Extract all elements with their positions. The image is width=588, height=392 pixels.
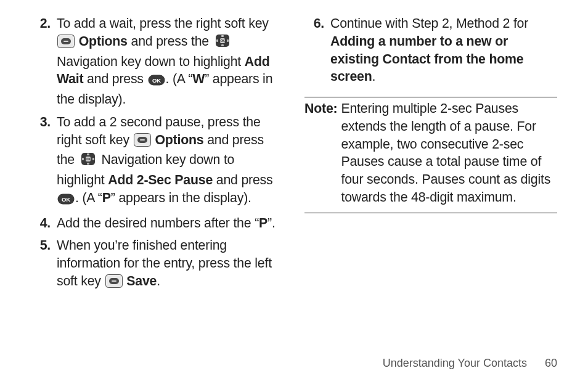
right-column-list: 6.Continue with Step 2, Method 2 for Add… (304, 15, 557, 86)
step-number: 2. (31, 15, 57, 108)
svg-text:OK: OK (152, 77, 161, 84)
nav-ok-icon: OK (213, 33, 232, 53)
step-body: When you’re finished entering informatio… (57, 237, 284, 292)
bold-text: Options (79, 34, 128, 49)
left-column: 2.To add a wait, press the right soft ke… (31, 15, 284, 298)
right-column: 6.Continue with Step 2, Method 2 for Add… (304, 15, 557, 298)
svg-rect-8 (216, 39, 218, 42)
softkey-icon (105, 274, 123, 293)
svg-rect-19 (87, 163, 89, 165)
svg-rect-26 (112, 280, 116, 282)
svg-text:OK: OK (220, 39, 225, 43)
step-number: 4. (31, 214, 57, 232)
note-body: Entering multiple 2-sec Pauses extends t… (341, 100, 557, 206)
svg-rect-2 (63, 41, 68, 42)
svg-rect-9 (227, 39, 229, 42)
bold-text: Adding a number to a new or existing Con… (330, 34, 524, 84)
step-body: Add the desired numbers after the “P”. (57, 214, 284, 232)
svg-rect-20 (82, 158, 84, 160)
svg-text:OK: OK (62, 195, 70, 202)
numbered-step: 3.To add a 2 second pause, press the rig… (31, 113, 284, 210)
svg-rect-21 (92, 158, 94, 160)
numbered-step: 4.Add the desired numbers after the “P”. (31, 214, 284, 232)
svg-rect-7 (221, 44, 224, 46)
note-block: Note: Entering multiple 2-sec Pauses ext… (304, 97, 557, 213)
ok-pill-icon: OK (57, 192, 75, 210)
numbered-step: 5.When you’re finished entering informat… (31, 237, 284, 292)
svg-text:OK: OK (86, 157, 91, 161)
ok-pill-icon: OK (148, 73, 165, 91)
two-columns: 2.To add a wait, press the right soft ke… (31, 15, 557, 298)
footer-page-number: 60 (545, 357, 557, 370)
bold-text: Add 2-Sec Pause (108, 173, 213, 187)
svg-rect-6 (221, 35, 224, 37)
step-body: To add a wait, press the right soft key … (57, 15, 284, 108)
step-number: 3. (31, 113, 57, 210)
numbered-step: 6.Continue with Step 2, Method 2 for Add… (304, 15, 557, 86)
svg-rect-18 (87, 153, 89, 155)
page-footer: Understanding Your Contacts 60 (383, 357, 557, 370)
softkey-icon (134, 133, 151, 152)
nav-ok-icon: OK (79, 152, 97, 171)
step-body: Continue with Step 2, Method 2 for Addin… (330, 15, 557, 86)
footer-section: Understanding Your Contacts (383, 357, 527, 369)
svg-rect-14 (140, 139, 145, 141)
bold-text: P (259, 216, 267, 231)
bold-text: Options (155, 133, 203, 147)
step-number: 5. (31, 237, 57, 292)
bold-text: P (102, 190, 111, 205)
bold-text: Save (126, 274, 157, 288)
bold-text: W (192, 71, 205, 86)
note-label: Note: (304, 100, 341, 206)
manual-page: 2.To add a wait, press the right soft ke… (0, 0, 588, 392)
step-body: To add a 2 second pause, press the right… (57, 113, 284, 210)
step-number: 6. (304, 15, 330, 86)
softkey-icon (57, 35, 75, 53)
numbered-step: 2.To add a wait, press the right soft ke… (31, 15, 284, 108)
